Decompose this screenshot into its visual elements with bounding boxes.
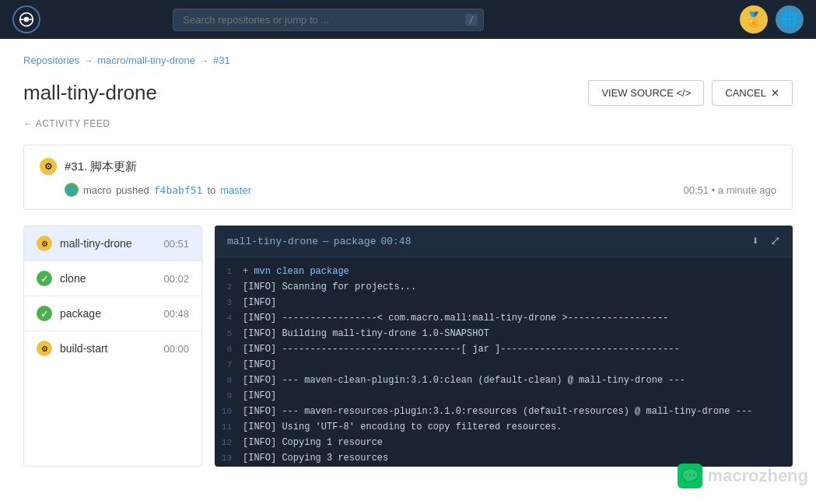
commit-dot: • (712, 184, 718, 196)
expand-icon[interactable]: ⤢ (770, 233, 780, 249)
view-source-button[interactable]: VIEW SOURCE </> (588, 80, 704, 106)
log-line-1: 1 + mvn clean package (215, 264, 793, 279)
log-num-12: 12 (215, 436, 243, 450)
pipeline-item-3[interactable]: ⚙ build-start 00:00 (24, 331, 201, 366)
topnav-right: 🏅 🌐 (740, 5, 804, 33)
log-num-8: 8 (215, 373, 243, 387)
commit-to: to (207, 184, 215, 196)
commit-hash[interactable]: f4babf51 (154, 184, 203, 196)
pipeline-item-1[interactable]: ✓ clone 00:02 (24, 261, 201, 296)
badge-icon[interactable]: 🏅 (740, 5, 768, 33)
breadcrumb-repo[interactable]: macro/mall-tiny-drone (97, 54, 195, 66)
commit-ago: a minute ago (718, 184, 776, 196)
log-num-2: 2 (215, 280, 243, 294)
commit-action: pushed (116, 184, 149, 196)
log-text-10: [INFO] --- maven-resources-plugin:3.1.0:… (243, 404, 752, 418)
search-shortcut-icon: / (465, 14, 478, 26)
breadcrumb-build[interactable]: #31 (213, 54, 230, 66)
commit-elapsed: 00:51 (683, 184, 709, 196)
log-num-5: 5 (215, 327, 243, 341)
download-icon[interactable]: ⬇ (751, 233, 759, 249)
pipeline-status-running-3: ⚙ (37, 341, 52, 356)
log-line-12: 12 [INFO] Copying 1 resource (215, 435, 793, 450)
log-text-3: [INFO] (243, 296, 276, 310)
log-num-11: 11 (215, 420, 243, 434)
log-num-10: 10 (215, 404, 243, 418)
pipeline-item-time-2: 00:48 (163, 308, 189, 320)
svg-point-1 (24, 17, 30, 23)
commit-header: ⚙ #31. 脚本更新 (40, 158, 776, 175)
commit-card: ⚙ #31. 脚本更新 🌐 macro pushed f4babf51 to m… (23, 145, 793, 210)
close-icon: ✕ (771, 87, 779, 99)
user-avatar[interactable]: 🌐 (776, 5, 804, 33)
page-title: mall-tiny-drone (23, 81, 157, 105)
log-header-actions: ⬇ ⤢ (751, 233, 780, 249)
log-line-9: 9 [INFO] (215, 388, 793, 404)
pipeline-item-name-1: clone (60, 272, 156, 285)
cancel-button[interactable]: CANCEL ✕ (712, 80, 793, 106)
log-text-2: [INFO] Scanning for projects... (243, 280, 416, 294)
log-text-8: [INFO] --- maven-clean-plugin:3.1.0:clea… (243, 373, 685, 387)
pipeline-item-time-3: 00:00 (163, 343, 189, 355)
pipeline-item-time-0: 00:51 (163, 238, 189, 250)
log-line-6: 6 [INFO] -------------------------------… (215, 341, 793, 357)
log-text-11: [INFO] Using 'UTF-8' encoding to copy fi… (243, 420, 562, 434)
log-num-3: 3 (215, 296, 243, 310)
log-num-9: 9 (215, 389, 243, 403)
log-text-12: [INFO] Copying 1 resource (243, 436, 383, 450)
pipeline-status-success-2: ✓ (37, 306, 52, 321)
log-text-13: [INFO] Copying 3 resources (243, 451, 388, 465)
search-bar: / (173, 9, 484, 31)
log-line-5: 5 [INFO] Building mall-tiny-drone 1.0-SN… (215, 326, 793, 341)
pipeline-item-2[interactable]: ✓ package 00:48 (24, 296, 201, 331)
pipeline-status-success-1: ✓ (37, 271, 52, 286)
pipeline-status-running-0: ⚙ (37, 236, 52, 251)
log-header-step: package (334, 236, 376, 247)
lower-section: ⚙ mall-tiny-drone 00:51 ✓ clone 00:02 ✓ … (23, 226, 793, 467)
pipeline-item-name-3: build-start (60, 342, 156, 355)
page-header: mall-tiny-drone VIEW SOURCE </> CANCEL ✕ (23, 80, 793, 106)
log-header-repo: mall-tiny-drone (227, 236, 318, 247)
log-content[interactable]: 1 + mvn clean package 2 [INFO] Scanning … (215, 257, 793, 467)
breadcrumb-repositories[interactable]: Repositories (23, 54, 79, 66)
log-line-7: 7 [INFO] (215, 357, 793, 373)
breadcrumb-sep-2: → (200, 56, 208, 65)
search-input[interactable] (173, 9, 484, 31)
commit-status-icon: ⚙ (40, 158, 57, 175)
log-line-2: 2 [INFO] Scanning for projects... (215, 279, 793, 295)
pipeline-list: ⚙ mall-tiny-drone 00:51 ✓ clone 00:02 ✓ … (23, 226, 202, 467)
log-text-9: [INFO] (243, 389, 276, 403)
log-header-time: 00:48 (380, 236, 411, 247)
commit-time: 00:51 • a minute ago (683, 184, 776, 196)
log-panel: mall-tiny-drone — package 00:48 ⬇ ⤢ 1 + … (215, 226, 793, 467)
wechat-icon: 💬 (678, 464, 702, 488)
log-line-3: 3 [INFO] (215, 295, 793, 310)
commit-meta: 🌐 macro pushed f4babf51 to master 00:51 … (40, 183, 776, 197)
log-line-4: 4 [INFO] -----------------< com.macro.ma… (215, 310, 793, 326)
watermark: 💬 macrozheng (678, 464, 808, 488)
log-num-4: 4 (215, 311, 243, 325)
log-text-6: [INFO] --------------------------------[… (243, 342, 680, 356)
breadcrumb-sep-1: → (84, 56, 93, 65)
pipeline-item-name-0: mall-tiny-drone (60, 237, 156, 250)
log-line-8: 8 [INFO] --- maven-clean-plugin:3.1.0:cl… (215, 373, 793, 388)
commit-branch[interactable]: master (220, 184, 251, 196)
commit-globe-icon: 🌐 (65, 183, 79, 197)
commit-title: #31. 脚本更新 (65, 159, 137, 174)
header-actions: VIEW SOURCE </> CANCEL ✕ (588, 80, 793, 106)
pipeline-item-name-2: package (60, 307, 156, 320)
pipeline-item-0[interactable]: ⚙ mall-tiny-drone 00:51 (24, 226, 201, 261)
view-source-label: VIEW SOURCE </> (601, 87, 691, 99)
log-header-sep: — (323, 236, 329, 247)
main-area: Repositories → macro/mall-tiny-drone → #… (0, 39, 816, 504)
log-header: mall-tiny-drone — package 00:48 ⬇ ⤢ (215, 226, 793, 257)
main-wrapper: Repositories → macro/mall-tiny-drone → #… (0, 39, 816, 504)
activity-feed-link[interactable]: ← ACTIVITY FEED (23, 118, 793, 129)
log-text-1: + mvn clean package (243, 264, 349, 278)
log-num-1: 1 (215, 264, 243, 278)
app-logo[interactable] (12, 5, 40, 33)
log-text-7: [INFO] (243, 358, 276, 372)
log-line-11: 11 [INFO] Using 'UTF-8' encoding to copy… (215, 419, 793, 435)
pipeline-item-time-1: 00:02 (163, 273, 189, 285)
breadcrumb: Repositories → macro/mall-tiny-drone → #… (23, 54, 793, 66)
